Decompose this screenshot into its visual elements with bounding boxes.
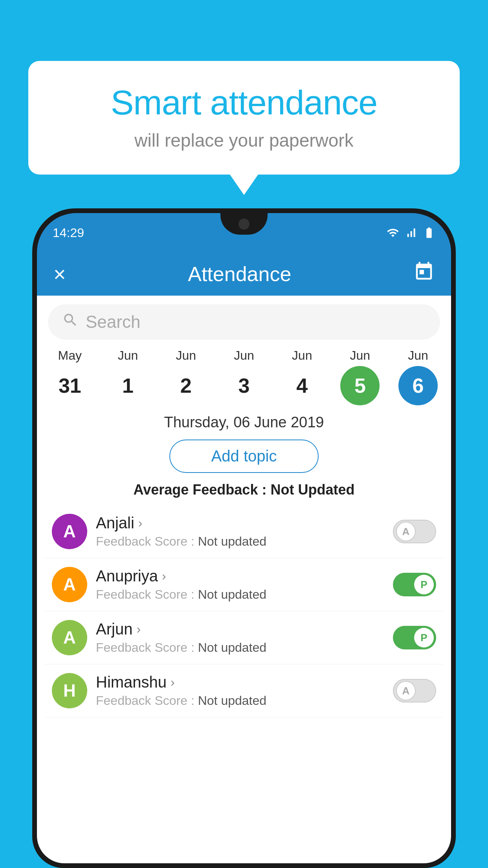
- avatar: A: [52, 514, 87, 549]
- calendar-day-number: 4: [283, 366, 322, 405]
- student-name: Himanshu ›: [96, 673, 384, 691]
- wifi-icon: [387, 226, 399, 239]
- student-list: AAnjali ›Feedback Score : Not updatedAAA…: [37, 505, 451, 717]
- student-feedback-score: Feedback Score : Not updated: [96, 534, 384, 549]
- attendance-toggle[interactable]: P: [393, 626, 436, 649]
- notch-cutout: [220, 213, 268, 235]
- avatar: A: [52, 567, 87, 602]
- camera-dot: [238, 219, 250, 230]
- app-bar: × Attendance: [37, 252, 451, 296]
- avatar: H: [52, 673, 87, 708]
- calendar-day-number: 1: [108, 366, 148, 405]
- calendar-day-number: 31: [50, 366, 90, 405]
- battery-icon: [423, 226, 435, 239]
- selected-date-label: Thursday, 06 June 2019: [37, 414, 451, 431]
- app-bar-title: Attendance: [188, 262, 291, 286]
- calendar-month-label: May: [58, 348, 82, 363]
- avg-feedback-value: Not Updated: [270, 482, 354, 498]
- student-info: Anupriya ›Feedback Score : Not updated: [96, 567, 384, 602]
- attendance-toggle[interactable]: A: [393, 520, 436, 543]
- calendar-month-label: Jun: [234, 348, 254, 363]
- student-item[interactable]: AAnupriya ›Feedback Score : Not updatedP: [45, 558, 443, 611]
- student-name: Arjun ›: [96, 620, 384, 638]
- chevron-right-icon: ›: [162, 569, 166, 583]
- student-feedback-score: Feedback Score : Not updated: [96, 587, 384, 602]
- calendar-day-item[interactable]: Jun4: [277, 348, 328, 405]
- toggle-knob: A: [396, 681, 416, 701]
- toggle-knob: P: [414, 575, 434, 594]
- speech-bubble-container: Smart attendance will replace your paper…: [28, 61, 460, 175]
- close-button[interactable]: ×: [53, 262, 66, 286]
- phone-frame: 14:29: [32, 208, 456, 868]
- chevron-right-icon: ›: [138, 516, 143, 530]
- search-icon: [62, 312, 79, 332]
- student-feedback-score: Feedback Score : Not updated: [96, 640, 384, 655]
- speech-bubble-subtitle: will replace your paperwork: [52, 130, 436, 151]
- calendar-month-label: Jun: [292, 348, 312, 363]
- add-topic-button[interactable]: Add topic: [169, 440, 319, 473]
- attendance-toggle[interactable]: A: [393, 679, 436, 702]
- calendar-button[interactable]: [413, 261, 435, 287]
- calendar-month-label: Jun: [118, 348, 138, 363]
- calendar-day-item[interactable]: Jun2: [160, 348, 211, 405]
- calendar-day-number: 6: [398, 366, 438, 405]
- status-bar: 14:29: [37, 213, 451, 252]
- signal-icon: [405, 226, 417, 239]
- avatar: A: [52, 620, 87, 655]
- calendar-day-item[interactable]: Jun5: [334, 348, 385, 405]
- toggle-knob: P: [414, 628, 434, 647]
- calendar-month-label: Jun: [350, 348, 371, 363]
- toggle-knob: A: [396, 522, 416, 541]
- attendance-toggle[interactable]: P: [393, 573, 436, 596]
- calendar-day-item[interactable]: May31: [44, 348, 95, 405]
- calendar-day-number: 5: [340, 366, 380, 405]
- phone-screen: × Attendance: [37, 252, 451, 863]
- student-item[interactable]: AAnjali ›Feedback Score : Not updatedA: [45, 505, 443, 558]
- avg-feedback-label: Average Feedback :: [134, 482, 267, 498]
- toggle-switch[interactable]: A: [393, 520, 436, 543]
- phone-inner: 14:29: [37, 213, 451, 863]
- calendar-row: May31Jun1Jun2Jun3Jun4Jun5Jun6: [37, 348, 451, 405]
- calendar-day-item[interactable]: Jun3: [218, 348, 270, 405]
- chevron-right-icon: ›: [136, 622, 141, 636]
- student-name: Anjali ›: [96, 514, 384, 532]
- chevron-right-icon: ›: [171, 675, 175, 690]
- status-time: 14:29: [53, 226, 84, 240]
- search-placeholder: Search: [86, 312, 140, 332]
- toggle-switch[interactable]: P: [393, 573, 436, 596]
- calendar-month-label: Jun: [176, 348, 196, 363]
- status-icons: [387, 226, 435, 239]
- student-info: Himanshu ›Feedback Score : Not updated: [96, 673, 384, 708]
- student-item[interactable]: HHimanshu ›Feedback Score : Not updatedA: [45, 664, 443, 717]
- calendar-day-item[interactable]: Jun1: [103, 348, 154, 405]
- phone-outer: 14:29: [32, 208, 456, 868]
- calendar-day-item[interactable]: Jun6: [393, 348, 444, 405]
- student-info: Arjun ›Feedback Score : Not updated: [96, 620, 384, 655]
- calendar-day-number: 3: [224, 366, 264, 405]
- student-info: Anjali ›Feedback Score : Not updated: [96, 514, 384, 549]
- toggle-switch[interactable]: P: [393, 626, 436, 649]
- student-name: Anupriya ›: [96, 567, 384, 585]
- avg-feedback: Average Feedback : Not Updated: [37, 482, 451, 498]
- calendar-month-label: Jun: [408, 348, 428, 363]
- speech-bubble: Smart attendance will replace your paper…: [28, 61, 460, 175]
- student-feedback-score: Feedback Score : Not updated: [96, 693, 384, 708]
- toggle-switch[interactable]: A: [393, 679, 436, 702]
- speech-bubble-title: Smart attendance: [52, 83, 436, 123]
- search-bar[interactable]: Search: [48, 304, 440, 340]
- screen-content: Search May31Jun1Jun2Jun3Jun4Jun5Jun6 Thu…: [37, 296, 451, 863]
- student-item[interactable]: AArjun ›Feedback Score : Not updatedP: [45, 611, 443, 664]
- calendar-day-number: 2: [166, 366, 205, 405]
